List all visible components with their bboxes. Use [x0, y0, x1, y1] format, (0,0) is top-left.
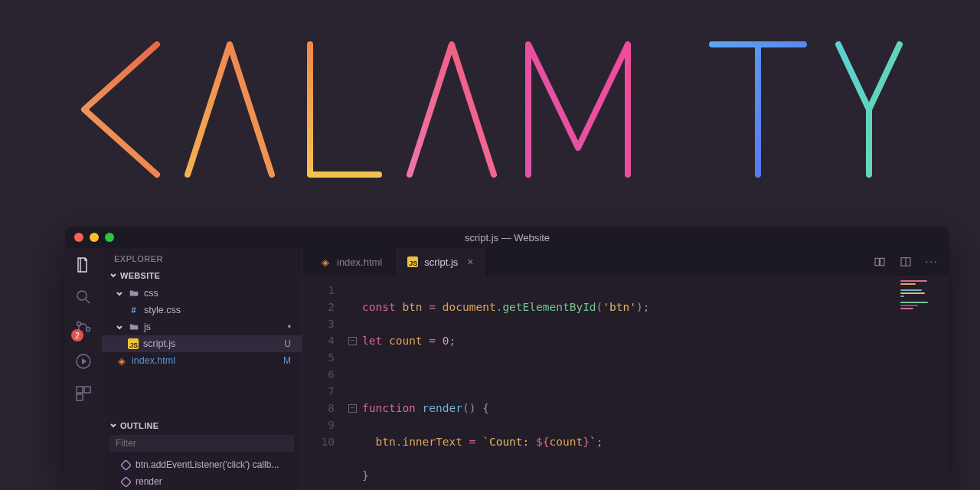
tab-label: index.html — [337, 256, 382, 268]
folder-label: js — [144, 322, 151, 332]
window-title: script.js — Website — [465, 232, 550, 243]
svg-point-0 — [77, 291, 87, 300]
editor-area: ◈ index.html JS script.js × ··· 1 2 — [302, 248, 949, 490]
folder-icon — [128, 322, 139, 333]
editor-actions: ··· — [873, 255, 949, 269]
chevron-down-icon — [109, 272, 117, 279]
folder-css[interactable]: css — [102, 285, 302, 302]
css-file-icon: # — [128, 305, 139, 316]
tab-label: script.js — [424, 256, 458, 268]
folder-label: css — [144, 288, 158, 299]
section-outline-label: OUTLINE — [120, 421, 158, 430]
file-label: index.html — [132, 355, 175, 366]
file-scriptjs[interactable]: JS script.js U — [102, 335, 302, 352]
outline-label: btn.addEventListener('click') callb... — [136, 459, 279, 470]
tab-scriptjs[interactable]: JS script.js × — [395, 248, 486, 276]
svg-rect-7 — [77, 394, 83, 400]
calamity-logo — [0, 27, 980, 191]
sidebar: EXPLORER WEBSITE css # style.css — [102, 248, 302, 490]
method-icon — [120, 459, 131, 470]
svg-rect-10 — [875, 258, 879, 265]
svg-rect-5 — [77, 387, 83, 393]
extensions-icon[interactable] — [74, 384, 93, 403]
svg-rect-6 — [84, 387, 90, 393]
svg-point-3 — [87, 328, 90, 332]
svg-rect-11 — [880, 258, 884, 265]
file-stylecss[interactable]: # style.css — [102, 302, 302, 318]
titlebar: script.js — Website — [65, 227, 949, 248]
minimap[interactable] — [896, 276, 949, 490]
explorer-icon[interactable] — [74, 256, 93, 274]
section-website[interactable]: WEBSITE — [102, 268, 302, 283]
close-tab-icon[interactable]: × — [467, 256, 473, 268]
more-actions-icon[interactable]: ··· — [925, 255, 939, 269]
fold-gutter: − − — [345, 276, 359, 490]
chevron-down-icon — [109, 422, 117, 430]
file-label: style.css — [144, 305, 181, 315]
tab-indexhtml[interactable]: ◈ index.html — [307, 248, 395, 276]
scm-badge: 2 — [71, 329, 83, 341]
file-label: script.js — [143, 338, 175, 349]
svg-point-1 — [77, 322, 81, 326]
source-control-icon[interactable]: 2 — [74, 320, 93, 338]
tab-bar: ◈ index.html JS script.js × ··· — [302, 248, 949, 276]
outline-filter-input[interactable] — [109, 435, 294, 452]
file-indexhtml[interactable]: ◈ index.html M — [102, 352, 302, 369]
chevron-down-icon — [116, 323, 123, 331]
close-window-button[interactable] — [74, 233, 83, 242]
zoom-window-button[interactable] — [105, 233, 114, 242]
section-website-label: WEBSITE — [120, 271, 160, 280]
code-content[interactable]: const btn = document.getElementById('btn… — [359, 276, 949, 490]
search-icon[interactable] — [74, 288, 93, 306]
traffic-lights — [74, 233, 114, 242]
editor-window: script.js — Website 2 EXPLORER — [65, 227, 949, 490]
js-file-icon: JS — [407, 256, 418, 267]
split-editor-icon[interactable] — [899, 255, 913, 269]
outline-item[interactable]: btn.addEventListener('click') callb... — [102, 456, 302, 473]
js-file-icon: JS — [128, 338, 139, 349]
svg-rect-8 — [121, 460, 131, 470]
outline-item[interactable]: render — [102, 473, 302, 490]
line-number-gutter: 1 2 3 4 5 6 7 8 9 10 — [302, 276, 345, 490]
folder-icon — [128, 288, 139, 299]
git-status-modified: M — [283, 355, 291, 366]
git-status-untracked: U — [284, 338, 291, 349]
outline-label: render — [136, 476, 162, 487]
debug-icon[interactable] — [74, 352, 93, 371]
compare-icon[interactable] — [873, 255, 887, 269]
minimize-window-button[interactable] — [90, 233, 99, 242]
folder-js[interactable]: js • — [102, 318, 302, 335]
fold-icon[interactable]: − — [345, 400, 359, 416]
sidebar-header: EXPLORER — [102, 248, 302, 268]
activity-bar: 2 — [65, 248, 102, 490]
svg-rect-9 — [121, 477, 131, 487]
fold-icon[interactable]: − — [345, 332, 359, 349]
html-file-icon: ◈ — [116, 355, 127, 367]
file-tree: css # style.css js • JS script.js U — [102, 283, 302, 374]
html-file-icon: ◈ — [319, 256, 331, 268]
chevron-down-icon — [116, 289, 123, 297]
method-icon — [120, 476, 131, 487]
section-outline[interactable]: OUTLINE — [102, 418, 302, 433]
code-editor[interactable]: 1 2 3 4 5 6 7 8 9 10 − − — [302, 276, 949, 490]
